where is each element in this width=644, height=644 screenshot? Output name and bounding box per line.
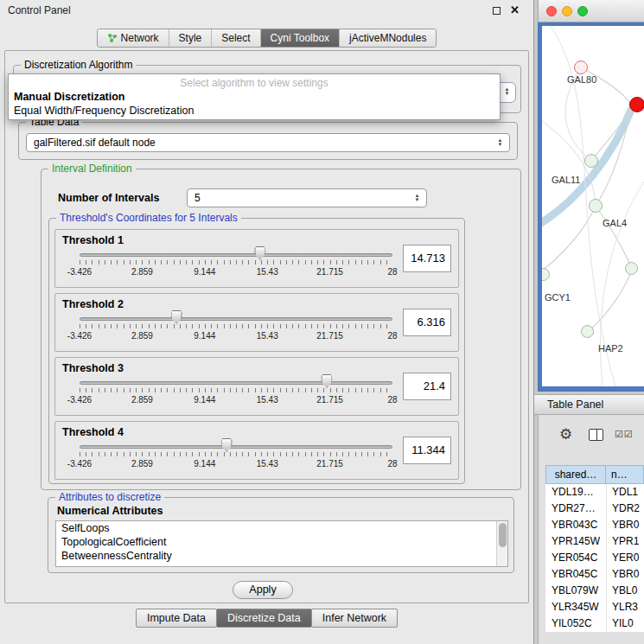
interval-definition-group-label: Interval Definition (48, 163, 136, 175)
window-title: Control Panel (8, 4, 71, 16)
attribute-list-item[interactable]: BetweennessCentrality (56, 549, 507, 563)
control-panel-window: Control Panel ✕ Network Style Select Cyn… (0, 0, 534, 644)
attributes-group: Attributes to discretize Numerical Attri… (48, 497, 514, 573)
close-traffic-light-icon[interactable] (546, 6, 557, 16)
combo-arrows-icon: ▲▼ (501, 85, 513, 99)
float-window-icon[interactable] (493, 7, 501, 15)
slider-track[interactable] (80, 445, 392, 449)
slider-tick-label: 2.859 (131, 459, 153, 469)
tab-style[interactable]: Style (169, 29, 213, 47)
table-cell-shared-name[interactable]: YIL052C (545, 615, 606, 632)
slider-ticks (80, 388, 392, 392)
top-tabbar: Network Style Select Cyni Toolbox jActiv… (97, 29, 437, 48)
table-cell-shared-name[interactable]: YER054C (545, 550, 606, 566)
threshold-4-value[interactable]: 11.344 (403, 437, 451, 464)
tab-infer-network[interactable]: Infer Network (311, 609, 398, 628)
algorithm-dropdown-popup: Select algorithm to view settings Manual… (8, 73, 501, 120)
table-row[interactable]: YDR27…YDR2 (545, 501, 644, 517)
slider-track[interactable] (80, 317, 392, 321)
scrollbar-thumb[interactable] (499, 523, 507, 547)
slider-thumb[interactable] (321, 374, 332, 388)
network-view-window: GAL80 GAL11 GAL4 GCY1 HAP2 (538, 0, 644, 392)
slider-thumb[interactable] (171, 310, 182, 324)
network-view-frame: GAL80 GAL11 GAL4 GCY1 HAP2 (538, 22, 644, 392)
slider-thumb[interactable] (221, 438, 233, 452)
attributes-scrollbar[interactable] (496, 521, 507, 566)
table-cell-shared-name[interactable]: YDL19… (545, 484, 606, 501)
table-row[interactable]: YDL19…YDL1 (545, 484, 644, 501)
table-row[interactable]: YIL052CYIL0 (545, 615, 644, 632)
slider-tick-labels: -3.4262.8599.14415.4321.71528 (80, 459, 392, 469)
table-row[interactable]: YER054CYER0 (545, 550, 644, 566)
slider-tick-label: -3.426 (67, 395, 92, 405)
slider-tick-label: 9.144 (194, 331, 215, 341)
slider-track[interactable] (80, 253, 392, 257)
threshold-1-value[interactable]: 14.713 (403, 245, 451, 272)
table-cell-name[interactable]: YPR1 (606, 533, 644, 550)
table-row[interactable]: YBL079WYBL0 (545, 583, 644, 599)
apply-button[interactable]: Apply (233, 581, 293, 599)
network-node[interactable] (589, 199, 603, 213)
slider-ticks (80, 260, 392, 265)
table-cell-shared-name[interactable]: YDR27… (545, 501, 606, 517)
network-node-selected[interactable] (629, 97, 644, 112)
columns-icon[interactable] (589, 429, 603, 441)
table-panel-body: ⚙ ☑☑ shared… n… YDL19…YDL1YDR27…YDR2YBR0… (538, 415, 644, 644)
zoom-traffic-light-icon[interactable] (577, 6, 588, 16)
attribute-list-item[interactable]: SelfLoops (56, 521, 507, 535)
table-cell-name[interactable]: YDL1 (606, 484, 644, 501)
network-node[interactable] (574, 61, 588, 74)
tab-impute-data[interactable]: Impute Data (136, 609, 217, 628)
slider-thumb[interactable] (254, 246, 265, 260)
table-cell-name[interactable]: YER0 (606, 550, 644, 566)
number-of-intervals-combo[interactable]: 5 ▲▼ (187, 188, 427, 207)
table-cell-name[interactable]: YLR3 (606, 599, 644, 615)
table-cell-shared-name[interactable]: YLR345W (545, 599, 606, 615)
table-rows: YDL19…YDL1YDR27…YDR2YBR043CYBR0YPR145WYP… (545, 484, 644, 632)
threshold-2-value[interactable]: 6.316 (403, 309, 451, 336)
minimize-traffic-light-icon[interactable] (562, 6, 572, 16)
combo-arrows-icon: ▲▼ (494, 136, 506, 150)
slider-tick-label: 28 (387, 331, 397, 341)
table-cell-shared-name[interactable]: YBR045C (545, 566, 606, 583)
tab-network[interactable]: Network (98, 29, 169, 47)
slider-tick-label: 15.43 (257, 459, 278, 469)
table-data-combo[interactable]: galFiltered.sif default node ▲▼ (26, 133, 510, 152)
network-canvas[interactable]: GAL80 GAL11 GAL4 GCY1 HAP2 (542, 26, 644, 386)
threshold-3-slider: -3.4262.8599.14415.4321.71528 (55, 358, 458, 415)
table-row[interactable]: YLR345WYLR3 (545, 599, 644, 615)
threshold-3-panel: Threshold 3 -3.4262.8599.14415.4321.7152… (54, 357, 459, 416)
table-cell-shared-name[interactable]: YPR145W (545, 533, 606, 550)
tab-select[interactable]: Select (212, 29, 260, 47)
table-row[interactable]: YPR145WYPR1 (545, 533, 644, 550)
table-cell-name[interactable]: YIL0 (606, 615, 644, 632)
tab-discretize-data[interactable]: Discretize Data (216, 609, 312, 628)
close-icon[interactable]: ✕ (510, 3, 520, 16)
column-header-name[interactable]: n… (605, 465, 644, 484)
table-cell-name[interactable]: YBR0 (606, 566, 644, 583)
table-cell-name[interactable]: YBL0 (606, 583, 644, 599)
table-cell-name[interactable]: YBR0 (606, 517, 644, 533)
network-node[interactable] (584, 154, 598, 168)
column-header-shared-name[interactable]: shared… (545, 465, 606, 484)
table-row[interactable]: YBR045CYBR0 (545, 566, 644, 583)
attribute-list-item[interactable]: TopologicalCoefficient (56, 535, 507, 549)
slider-track[interactable] (80, 381, 392, 385)
network-node[interactable] (581, 325, 594, 338)
algorithm-group-label: Discretization Algorithm (21, 59, 136, 71)
threshold-3-value[interactable]: 21.4 (403, 373, 451, 400)
table-cell-name[interactable]: YDR2 (606, 501, 644, 517)
tab-jactivemnodules[interactable]: jActiveMNodules (340, 29, 436, 47)
tab-cyni-toolbox[interactable]: Cyni Toolbox (261, 29, 340, 47)
slider-tick-labels: -3.4262.8599.14415.4321.71528 (80, 395, 392, 405)
network-node[interactable] (625, 262, 638, 275)
slider-tick-label: 15.43 (257, 267, 278, 277)
table-cell-shared-name[interactable]: YBR043C (545, 517, 606, 533)
select-checkboxes-icon[interactable]: ☑☑ (615, 429, 634, 440)
table-row[interactable]: YBR043CYBR0 (545, 517, 644, 533)
table-cell-shared-name[interactable]: YBL079W (545, 583, 606, 599)
thresholds-group-label: Threshold's Coordinates for 5 Intervals (56, 212, 241, 224)
gear-icon[interactable]: ⚙ (559, 425, 572, 443)
dropdown-option-manual[interactable]: Manual Discretization (14, 91, 125, 103)
dropdown-option-equal-width[interactable]: Equal Width/Frequency Discretization (14, 105, 194, 117)
